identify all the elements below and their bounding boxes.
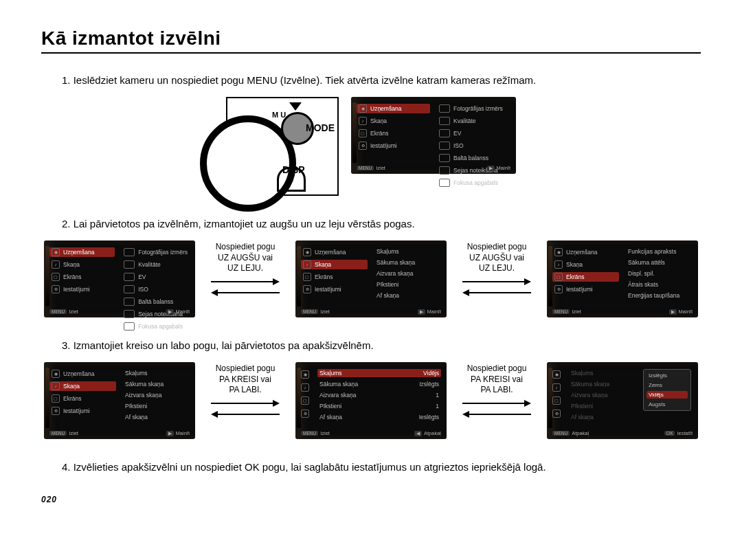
arrow-left-icon	[211, 411, 280, 418]
step-1-figures: M U MODE DISP Uzņemšana Skaņa Ekrāns Ies…	[41, 97, 701, 196]
menu-screenshot-shoot-2: Uzņemšana Skaņa Ekrāns Iestatījumi Fotog…	[44, 240, 195, 317]
arrow-left-icon	[462, 411, 531, 418]
instruction-lr-1: Nospiediet pogu PA KREISI vai PA LABI.	[207, 362, 283, 422]
instruction-updown-2: Nospiediet pogu UZ AUGŠU vai UZ LEJU.	[459, 240, 535, 300]
page-title: Kā izmantot izvēlni	[41, 27, 701, 49]
step-2-figures: Uzņemšana Skaņa Ekrāns Iestatījumi Fotog…	[41, 240, 701, 317]
mode-label: MODE	[306, 122, 335, 133]
step-2-text: 2. Lai pārvietotos pa izvēlnēm, izmantoj…	[62, 216, 701, 231]
popup-option-low[interactable]: Zems	[647, 381, 688, 389]
arrow-left-icon	[211, 289, 280, 296]
menu-screenshot-shoot: Uzņemšana Skaņa Ekrāns Iestatījumi Fotog…	[351, 97, 516, 174]
popup-option-off[interactable]: Izslēgts	[647, 372, 688, 379]
step-1-text: 1. Ieslēdziet kameru un nospiediet pogu …	[62, 73, 701, 87]
submenu-row-volume[interactable]: Skaļums Vidējs	[317, 369, 441, 377]
arrow-right-icon	[462, 278, 531, 285]
menu-item-settings[interactable]: Iestatījumi	[357, 141, 430, 150]
submenu-screenshot-a: Uzņemšana Skaņa Ekrāns Iestatījumi Skaļu…	[44, 362, 195, 439]
instruction-lr-2: Nospiediet pogu PA KREISI vai PA LABI.	[459, 362, 535, 422]
submenu-screenshot-c: Skaļums Sākuma skaņa Aizvara skaņa Pīkst…	[547, 362, 698, 439]
menu-item-shoot[interactable]: Uzņemšana	[357, 104, 430, 113]
camera-illustration: M U MODE DISP	[226, 97, 339, 196]
step-3-figures: Uzņemšana Skaņa Ekrāns Iestatījumi Skaļu…	[41, 362, 701, 439]
arrow-right-icon	[462, 400, 531, 407]
menu-screenshot-screen: Uzņemšana Skaņa Ekrāns Iestatījumi Funkc…	[547, 240, 698, 317]
menu-screenshot-sound: Uzņemšana Skaņa Ekrāns Iestatījumi Skaļu…	[295, 240, 447, 317]
arrow-right-icon	[211, 278, 280, 285]
menu-item-screen[interactable]: Ekrāns	[357, 128, 430, 138]
step-4-text: 4. Izvēlieties apakšizvēlni un nospiedie…	[62, 460, 701, 474]
popup-option-high[interactable]: Augsts	[647, 401, 688, 408]
step-3-text: 3. Izmantojiet kreiso un labo pogu, lai …	[62, 338, 701, 352]
mu-label: M U	[272, 111, 286, 119]
page-number: 020	[41, 495, 701, 504]
arrow-left-icon	[462, 289, 531, 296]
title-rule	[41, 52, 701, 54]
menu-item-sound[interactable]: Skaņa	[357, 116, 430, 126]
submenu-screenshot-b: Skaļums Vidējs Sākuma skaņaIzslēgts Aizv…	[295, 362, 447, 439]
arrow-right-icon	[211, 400, 280, 407]
press-arrow-icon	[289, 102, 302, 111]
instruction-updown-1: Nospiediet pogu UZ AUGŠU vai UZ LEJU.	[207, 240, 283, 300]
popup-option-medium[interactable]: Vidējs	[647, 391, 688, 399]
volume-popup: Izslēgts Zems Vidējs Augsts	[643, 369, 691, 411]
